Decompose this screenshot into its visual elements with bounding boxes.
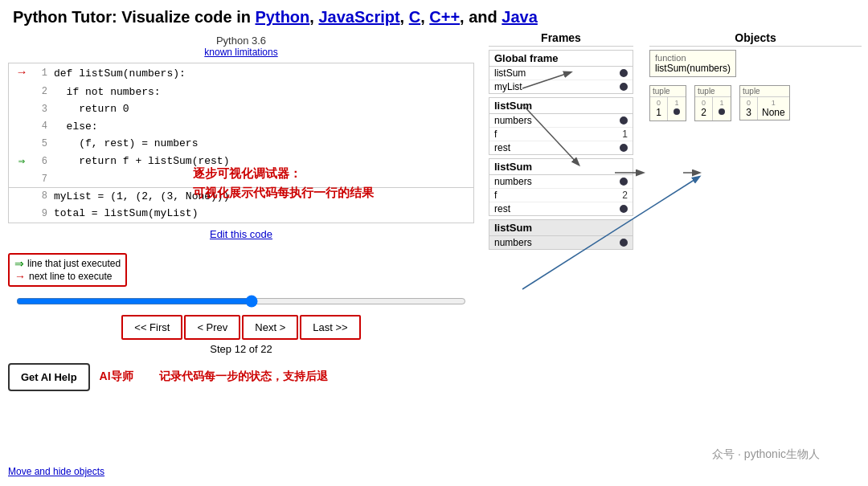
edit-link[interactable]: Edit this code <box>8 228 474 240</box>
last-button[interactable]: Last >> <box>300 315 360 340</box>
ai-label: AI导师 <box>100 370 133 384</box>
c-link[interactable]: C <box>409 8 420 26</box>
step-slider-container <box>8 295 474 310</box>
left-panel: Python 3.6 known limitations → 1 def lis… <box>0 31 482 482</box>
step-slider[interactable] <box>16 295 466 308</box>
arrow-6: ⇒ <box>12 153 31 170</box>
code-line-2: 2 if not numbers: <box>9 84 473 101</box>
objects-section: Objects function listSum(numbers) tuple … <box>649 31 862 482</box>
pointer-dot <box>620 239 628 247</box>
tuple-pointer-dot <box>674 108 680 115</box>
code-line-9: 9 total = listSum(myList) <box>9 205 473 223</box>
python-link[interactable]: Python <box>256 8 310 26</box>
python-version: Python 3.6 <box>8 35 474 47</box>
listsum-frame-3: listSum numbers <box>489 219 633 250</box>
listsum-frame-1: listSum numbers f 1 rest <box>489 97 633 155</box>
ai-help-button[interactable]: Get AI Help <box>8 363 90 391</box>
global-frame: Global frame listSum myList <box>489 50 633 94</box>
java-link[interactable]: Java <box>502 8 538 26</box>
frames-section: Frames Global frame listSum myList listS… <box>489 31 633 482</box>
prev-button[interactable]: < Prev <box>184 315 240 340</box>
tuples-row: tuple 0 1 1 tuple <box>649 85 862 121</box>
nav-buttons: << First < Prev Next > Last >> <box>8 315 474 340</box>
objects-title: Objects <box>649 31 862 47</box>
arrow-1: → <box>12 64 31 83</box>
watermark: 众号 · pythonic生物人 <box>712 447 820 462</box>
step-label: Step 12 of 22 <box>8 343 474 355</box>
tuple-pointer-dot <box>719 108 725 115</box>
page-title: Python Tutor: Visualize code in Python, … <box>0 0 868 31</box>
pointer-dot <box>620 144 628 152</box>
tuple-1: tuple 0 1 1 <box>649 85 686 121</box>
listsum-frame-2-header: listSum <box>489 159 633 175</box>
pointer-dot <box>620 205 628 213</box>
pointer-dot <box>620 69 628 77</box>
pointer-dot <box>620 116 628 125</box>
first-button[interactable]: << First <box>121 315 182 340</box>
tuple-3: tuple 0 3 1 None <box>739 85 790 120</box>
legend-box: ⇒ line that just executed → next line to… <box>8 253 127 287</box>
code-line-4: 4 else: <box>9 118 473 136</box>
cpp-link[interactable]: C++ <box>429 8 460 26</box>
function-box: function listSum(numbers) <box>649 50 736 77</box>
frames-title: Frames <box>489 31 633 47</box>
code-line-3: 3 return 0 <box>9 100 473 118</box>
frame-row-listsum: listSum <box>489 67 633 80</box>
green-arrow-icon: ⇒ <box>14 257 24 270</box>
listsum-frame-2: listSum numbers f 2 rest <box>489 158 633 216</box>
code-line-5: 5 (f, rest) = numbers <box>9 135 473 153</box>
right-panel: Frames Global frame listSum myList listS… <box>482 31 868 482</box>
pointer-dot <box>620 178 628 186</box>
chinese-annotation-2: 记录代码每一步的状态，支持后退 <box>159 370 328 384</box>
chinese-annotation-1: 逐步可视化调试器： 可视化展示代码每执行一行的结果 <box>193 164 374 202</box>
next-button[interactable]: Next > <box>242 315 298 340</box>
tuple-2: tuple 0 2 1 <box>694 85 731 121</box>
javascript-link[interactable]: JavaScript <box>318 8 399 26</box>
known-limitations-link[interactable]: known limitations <box>8 47 474 58</box>
ai-help-area: Get AI Help AI导师 记录代码每一步的状态，支持后退 <box>8 363 474 391</box>
listsum-frame-1-header: listSum <box>489 98 633 114</box>
global-frame-header: Global frame <box>489 51 633 67</box>
listsum-frame-3-header: listSum <box>489 220 633 236</box>
red-arrow-icon: → <box>14 270 26 283</box>
move-hide-link[interactable]: Move and hide objects <box>8 466 104 477</box>
code-line-1: → 1 def listSum(numbers): <box>9 63 473 84</box>
frame-row-mylist: myList <box>489 80 633 93</box>
pointer-dot <box>620 83 628 91</box>
